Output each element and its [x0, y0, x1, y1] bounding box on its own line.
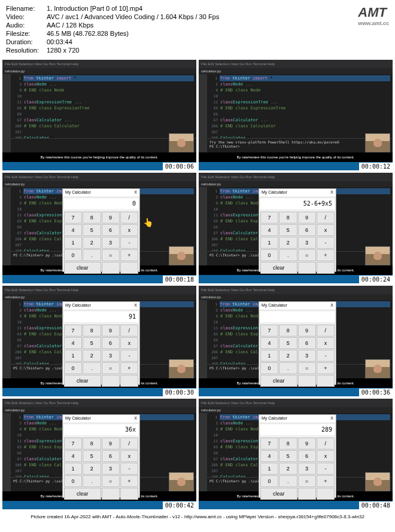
calc-btn-6[interactable]: 6 — [102, 224, 120, 236]
activity-bar[interactable] — [199, 187, 207, 265]
calculator-window[interactable]: My CalculatorX 91 789/456x123-0.=+ clear — [62, 301, 140, 385]
calc-btn-0[interactable]: 0 — [260, 475, 278, 487]
calc-btn-2[interactable]: 2 — [83, 237, 101, 249]
calc-btn-+[interactable]: + — [120, 475, 138, 487]
calc-btn-=[interactable]: = — [298, 362, 316, 374]
vscode-menubar[interactable]: File Edit Selection View Go Run Terminal… — [2, 60, 196, 68]
calc-btn-6[interactable]: 6 — [102, 450, 120, 462]
calc-btn-7[interactable]: 7 — [260, 325, 278, 337]
calculator-window[interactable]: My CalculatorX 789/456x123-0.=+ clear — [259, 301, 336, 385]
vscode-menubar[interactable]: File Edit Selection View Go Run Terminal… — [2, 173, 196, 181]
calc-btn-=[interactable]: = — [102, 249, 120, 261]
calc-btn-0[interactable]: 0 — [260, 362, 278, 374]
calc-btn-5[interactable]: 5 — [83, 224, 101, 236]
calc-btn-7[interactable]: 7 — [64, 438, 82, 450]
calc-clear-button[interactable]: clear — [64, 375, 101, 387]
calc-btn-2[interactable]: 2 — [279, 350, 297, 362]
calc-btn-x[interactable]: x — [317, 450, 335, 462]
calc-btn-=[interactable]: = — [298, 249, 316, 261]
calc-btn-1[interactable]: 1 — [64, 237, 82, 249]
calc-btn-x[interactable]: x — [120, 224, 138, 236]
calculator-window[interactable]: My CalculatorX 52-6+9x5 789/456x123-0.=+… — [259, 188, 336, 272]
vscode-menubar[interactable]: File Edit Selection View Go Run Terminal… — [199, 399, 393, 407]
calc-clear-button[interactable]: clear — [64, 262, 101, 274]
calc-clear-button[interactable]: clear — [260, 488, 297, 500]
vscode-menubar[interactable]: File Edit Selection View Go Run Terminal… — [199, 286, 393, 294]
calc-btn-9[interactable]: 9 — [102, 325, 120, 337]
calc-btn-4[interactable]: 4 — [64, 450, 82, 462]
calc-btn-/[interactable]: / — [317, 438, 335, 450]
calc-btn-2[interactable]: 2 — [279, 463, 297, 475]
vscode-menubar[interactable]: File Edit Selection View Go Run Terminal… — [199, 173, 393, 181]
calc-btn-.[interactable]: . — [279, 362, 297, 374]
calc-btn-6[interactable]: 6 — [102, 337, 120, 349]
calc-btn-5[interactable]: 5 — [279, 450, 297, 462]
calc-btn-.[interactable]: . — [279, 249, 297, 261]
editor-tab[interactable]: calculator.py — [199, 68, 393, 74]
editor-tab[interactable]: calculator.py — [2, 407, 196, 413]
editor-tab[interactable]: calculator.py — [2, 68, 196, 74]
close-icon[interactable]: X — [330, 190, 333, 195]
calc-btn-9[interactable]: 9 — [102, 438, 120, 450]
calc-btn-4[interactable]: 4 — [64, 224, 82, 236]
calc-btn-1[interactable]: 1 — [64, 463, 82, 475]
calc-btn-1[interactable]: 1 — [260, 350, 278, 362]
calc-btn-+[interactable]: + — [317, 362, 335, 374]
close-icon[interactable]: X — [330, 303, 333, 308]
calc-btn-/[interactable]: / — [120, 438, 138, 450]
calc-btn-.[interactable]: . — [83, 249, 101, 261]
calc-btn-3[interactable]: 3 — [102, 463, 120, 475]
activity-bar[interactable] — [2, 187, 11, 265]
calc-btn-0[interactable]: 0 — [64, 249, 82, 261]
calc-btn-3[interactable]: 3 — [102, 237, 120, 249]
calc-btn-4[interactable]: 4 — [260, 224, 278, 236]
calc-btn-2[interactable]: 2 — [279, 237, 297, 249]
calc-btn--[interactable]: - — [120, 463, 138, 475]
calc-btn-/[interactable]: / — [120, 212, 138, 224]
calc-btn-4[interactable]: 4 — [64, 337, 82, 349]
close-icon[interactable]: X — [134, 303, 137, 308]
calc-btn-+[interactable]: + — [317, 475, 335, 487]
code-editor[interactable]: 1from tkinter import * 2class Node:... 9… — [11, 74, 196, 142]
vscode-menubar[interactable]: File Edit Selection View Go Run Terminal… — [199, 60, 393, 68]
calculator-window[interactable]: My CalculatorX 289 789/456x123-0.=+ clea… — [259, 414, 336, 498]
activity-bar[interactable] — [2, 74, 11, 152]
code-editor[interactable]: 1from tkinter import * 2class Node:... 9… — [207, 74, 393, 142]
calc-btn-8[interactable]: 8 — [279, 438, 297, 450]
calc-btn-5[interactable]: 5 — [279, 224, 297, 236]
editor-tab[interactable]: calculator.py — [2, 294, 196, 300]
calc-btn-5[interactable]: 5 — [83, 450, 101, 462]
calc-btn-0[interactable]: 0 — [260, 249, 278, 261]
calc-btn-7[interactable]: 7 — [64, 212, 82, 224]
calc-btn-9[interactable]: 9 — [298, 212, 316, 224]
vscode-menubar[interactable]: File Edit Selection View Go Run Terminal… — [2, 399, 196, 407]
calc-btn-/[interactable]: / — [120, 325, 138, 337]
calc-btn-x[interactable]: x — [317, 224, 335, 236]
calc-btn-6[interactable]: 6 — [298, 224, 316, 236]
calculator-window[interactable]: My CalculatorX 36x 789/456x123-0.=+ clea… — [62, 414, 140, 498]
calc-btn-=[interactable]: = — [298, 475, 316, 487]
calc-clear-button[interactable]: clear — [260, 375, 297, 387]
calc-btn-0[interactable]: 0 — [64, 362, 82, 374]
calc-btn-1[interactable]: 1 — [260, 463, 278, 475]
calc-btn-/[interactable]: / — [317, 212, 335, 224]
calc-btn--[interactable]: - — [120, 350, 138, 362]
calc-btn-x[interactable]: x — [120, 450, 138, 462]
calculator-window[interactable]: My CalculatorX 0 789/456x123-0.=+ clear — [62, 188, 140, 272]
calc-btn--[interactable]: - — [317, 237, 335, 249]
calc-btn-9[interactable]: 9 — [298, 325, 316, 337]
calc-btn-8[interactable]: 8 — [279, 212, 297, 224]
calc-btn-1[interactable]: 1 — [260, 237, 278, 249]
editor-tab[interactable]: calculator.py — [199, 294, 393, 300]
close-icon[interactable]: X — [134, 416, 137, 421]
calc-btn-5[interactable]: 5 — [83, 337, 101, 349]
close-icon[interactable]: X — [134, 190, 137, 195]
calc-btn-9[interactable]: 9 — [102, 212, 120, 224]
calc-btn-x[interactable]: x — [120, 337, 138, 349]
calc-btn-0[interactable]: 0 — [64, 475, 82, 487]
calc-clear-button[interactable]: clear — [260, 262, 297, 274]
calc-btn-4[interactable]: 4 — [260, 450, 278, 462]
calc-btn-3[interactable]: 3 — [298, 463, 316, 475]
editor-tab[interactable]: calculator.py — [199, 407, 393, 413]
calc-btn-=[interactable]: = — [102, 475, 120, 487]
